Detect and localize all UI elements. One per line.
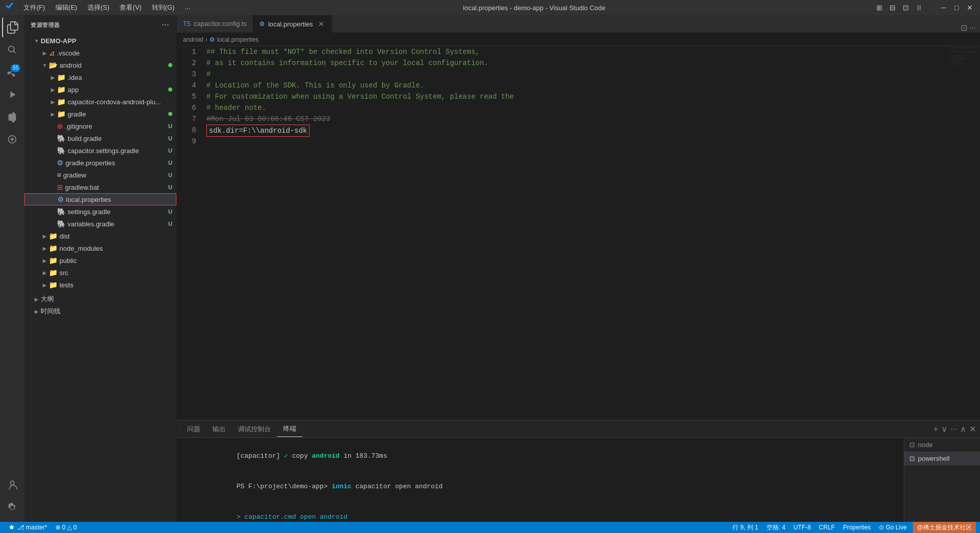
tree-timeline[interactable]: ▶ 时间线 bbox=[24, 305, 176, 317]
code-editor[interactable]: 1 2 3 4 5 6 7 8 9 ## This file must *NOT… bbox=[177, 46, 980, 420]
tree-outline[interactable]: ▶ 大纲 bbox=[24, 293, 176, 305]
status-indentation[interactable]: 空格: 4 bbox=[762, 522, 789, 533]
status-branch[interactable]: ⎇ master* bbox=[4, 522, 51, 533]
status-branch-label: ⎇ master* bbox=[17, 524, 47, 531]
code-line-4: # Location of the SDK. This is only used… bbox=[206, 80, 945, 91]
tree-src[interactable]: ▶ 📁 src bbox=[24, 266, 176, 279]
minimize-button[interactable]: ─ bbox=[938, 3, 948, 13]
activity-settings[interactable] bbox=[2, 497, 22, 518]
tree-gradlew-bat[interactable]: ▶ ⊞ gradlew.bat U bbox=[24, 181, 176, 193]
status-go-live-label: ⊙ Go Live bbox=[879, 524, 907, 531]
tab-close-btn[interactable]: ✕ bbox=[317, 19, 325, 29]
terminal-powershell[interactable]: ⊡ powershell bbox=[904, 452, 980, 465]
tree-dist-label: dist bbox=[59, 232, 176, 240]
tree-gradle-dot bbox=[168, 112, 172, 116]
tree-gitignore[interactable]: ▶ ⊕ .gitignore U bbox=[24, 120, 176, 132]
activity-source-control[interactable]: 55 bbox=[2, 62, 22, 82]
tab-local-properties[interactable]: ⚙ local.properties ✕ bbox=[253, 15, 331, 33]
tree-cap-settings-badge: U bbox=[168, 147, 172, 154]
tree-gradle[interactable]: ▶ 📁 gradle bbox=[24, 108, 176, 120]
tree-gradlew[interactable]: ▶ ≡ gradlew U bbox=[24, 169, 176, 181]
panel-tab-debug[interactable]: 调试控制台 bbox=[232, 422, 277, 437]
maximize-button[interactable]: □ bbox=[952, 3, 962, 13]
tree-node-modules[interactable]: ▶ 📁 node_modules bbox=[24, 242, 176, 254]
tree-cap-cordova-label: capacitor-cordova-android-plu... bbox=[68, 98, 176, 106]
panel-maximize-btn[interactable]: ∧ bbox=[960, 424, 966, 434]
gradle-settings-icon: 🐘 bbox=[57, 146, 66, 155]
tree-cap-cordova[interactable]: ▶ 📁 capacitor-cordova-android-plu... bbox=[24, 96, 176, 108]
tree-cap-settings[interactable]: ▶ 🐘 capacitor.settings.gradle U bbox=[24, 144, 176, 157]
minimap: ## This file must *NOT* be checked # as … bbox=[950, 46, 980, 420]
status-position[interactable]: 行 9, 列 1 bbox=[728, 522, 762, 533]
tab-capacitor-label: capacitor.config.ts bbox=[194, 20, 247, 27]
panel-add-btn[interactable]: + bbox=[933, 425, 938, 434]
tree-vscode[interactable]: ▶ ⊿ .vscode bbox=[24, 47, 176, 59]
split-editor-icon[interactable]: ⊡ bbox=[961, 23, 967, 33]
tab-capacitor-config[interactable]: TS capacitor.config.ts bbox=[177, 15, 253, 33]
terminal-powershell-label: powershell bbox=[918, 455, 950, 462]
tree-idea[interactable]: ▶ 📁 .idea bbox=[24, 71, 176, 83]
activity-run[interactable] bbox=[2, 84, 22, 105]
gear-props-icon: ⚙ bbox=[57, 159, 64, 167]
code-line-9 bbox=[206, 136, 945, 147]
tree-app[interactable]: ▶ 📁 app bbox=[24, 83, 176, 96]
tree-local-props[interactable]: ▶ ⚙ local.properties bbox=[24, 193, 176, 205]
ln-3: 3 bbox=[185, 69, 196, 80]
tree-gradle-props-label: gradle.properties bbox=[66, 159, 168, 167]
tree-build-gradle[interactable]: ▶ 🐘 build.gradle U bbox=[24, 132, 176, 144]
panel-tab-problems[interactable]: 问题 bbox=[181, 422, 206, 437]
status-notification-label: @稀土掘金技术社区 bbox=[917, 523, 972, 532]
bat-icon: ⊞ bbox=[57, 183, 63, 191]
menu-select[interactable]: 选择(S) bbox=[83, 2, 113, 13]
menu-edit[interactable]: 编辑(E) bbox=[51, 2, 81, 13]
status-line-ending[interactable]: CRLF bbox=[815, 522, 839, 533]
tree-outline-label: 大纲 bbox=[41, 294, 176, 304]
status-language[interactable]: Properties bbox=[839, 522, 875, 533]
tree-dist[interactable]: ▶ 📁 dist bbox=[24, 230, 176, 242]
menu-view[interactable]: 查看(V) bbox=[115, 2, 145, 13]
status-encoding[interactable]: UTF-8 bbox=[789, 522, 815, 533]
tree-settings-gradle[interactable]: ▶ 🐘 settings.gradle U bbox=[24, 205, 176, 218]
panel-more-btn[interactable]: ··· bbox=[951, 425, 957, 434]
layout2-icon[interactable]: ⊟ bbox=[887, 3, 898, 13]
gear-local-icon: ⚙ bbox=[57, 195, 64, 203]
tree-gradle-props[interactable]: ▶ ⚙ gradle.properties U bbox=[24, 157, 176, 169]
breadcrumb-file[interactable]: local.properties bbox=[217, 36, 258, 43]
activity-search[interactable] bbox=[2, 40, 22, 60]
status-errors[interactable]: ⊗ 0 △ 0 bbox=[51, 522, 81, 533]
breadcrumb-android[interactable]: android bbox=[183, 36, 203, 43]
activity-explorer[interactable] bbox=[2, 17, 22, 38]
tree-android[interactable]: ▼ 📂 android bbox=[24, 59, 176, 71]
tree-tests-label: tests bbox=[59, 281, 176, 289]
tree-src-label: src bbox=[59, 269, 176, 277]
panel-tab-output[interactable]: 输出 bbox=[206, 422, 232, 437]
status-bar: ⎇ master* ⊗ 0 △ 0 行 9, 列 1 空格: 4 UTF-8 C… bbox=[0, 522, 980, 533]
close-button[interactable]: ✕ bbox=[965, 3, 975, 13]
tree-root[interactable]: ▼ DEMO-APP bbox=[24, 35, 176, 47]
menu-goto[interactable]: 转到(G) bbox=[148, 2, 179, 13]
layout4-icon[interactable]: ⁞⁞ bbox=[914, 3, 924, 13]
status-go-live[interactable]: ⊙ Go Live bbox=[875, 522, 911, 533]
ln-7: 7 bbox=[185, 113, 196, 125]
tree-tests[interactable]: ▶ 📁 tests bbox=[24, 279, 176, 291]
tree-variables-gradle[interactable]: ▶ 🐘 variables.gradle U bbox=[24, 218, 176, 230]
layout-icon[interactable]: ⊞ bbox=[874, 3, 884, 13]
panel-tab-terminal[interactable]: 终端 bbox=[277, 421, 302, 437]
breadcrumb: android › ⚙ local.properties bbox=[177, 33, 980, 46]
sidebar-menu-btn[interactable]: ··· bbox=[161, 19, 170, 31]
activity-account[interactable] bbox=[2, 475, 22, 495]
tree-public[interactable]: ▶ 📁 public bbox=[24, 254, 176, 266]
code-lines: 1 2 3 4 5 6 7 8 9 ## This file must *NOT… bbox=[177, 46, 980, 420]
layout3-icon[interactable]: ⊡ bbox=[901, 3, 911, 13]
panel-close-btn[interactable]: ✕ bbox=[969, 424, 976, 434]
ts-icon: TS bbox=[183, 20, 191, 27]
more-actions-icon[interactable]: ··· bbox=[969, 23, 976, 33]
activity-remote[interactable] bbox=[2, 129, 22, 150]
panel-chevron-down-icon[interactable]: ∨ bbox=[941, 424, 947, 434]
menu-file[interactable]: 文件(F) bbox=[19, 2, 49, 13]
menu-more[interactable]: ... bbox=[180, 2, 194, 13]
terminal-node[interactable]: ⊡ node bbox=[904, 438, 980, 452]
terminal-content[interactable]: [capacitor] ✓ copy android in 183.73ms P… bbox=[177, 438, 904, 522]
status-notification[interactable]: @稀土掘金技术社区 bbox=[913, 522, 976, 533]
activity-extensions[interactable] bbox=[2, 107, 22, 127]
